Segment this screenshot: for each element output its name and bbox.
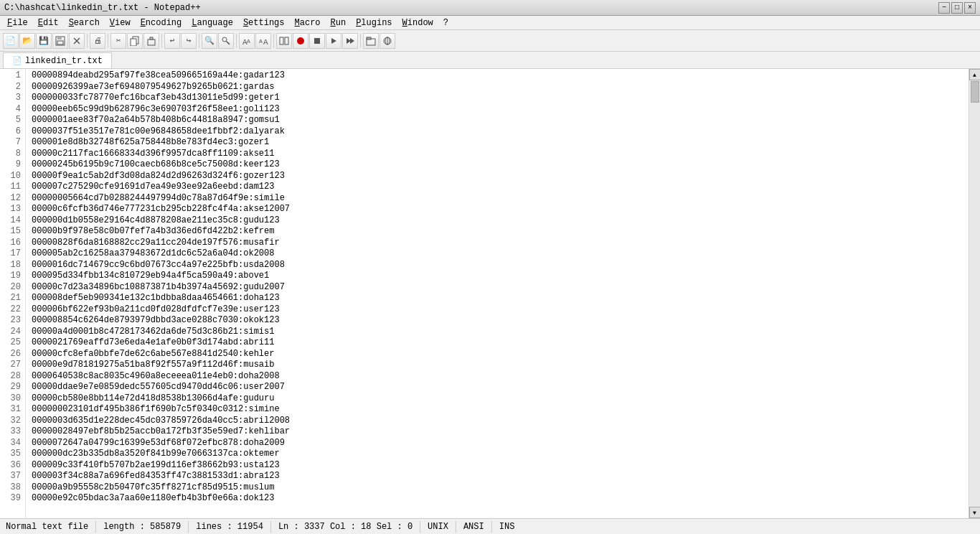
code-line: 00000cb580e8bb114e72d418d8538b13066d4afe… (32, 393, 963, 405)
cut-button[interactable]: ✂ (110, 33, 126, 49)
svg-rect-7 (148, 39, 155, 45)
svg-rect-17 (285, 37, 288, 44)
tab-linkedin-tr[interactable]: 📄 linkedin_tr.txt (3, 52, 112, 68)
code-line: 0000021769eaffd73e6eda4e1afe0b0f3d174abd… (32, 337, 963, 349)
line-number: 7 (6, 137, 21, 149)
line-number: 16 (6, 238, 21, 249)
code-area[interactable]: 00000894deabd295af97fe38cea509665169a44e… (26, 69, 969, 518)
menu-view[interactable]: View (105, 17, 135, 29)
line-number: 30 (6, 393, 21, 405)
code-line: 00000926399ae73ef6948079549627b9265b0621… (32, 82, 963, 93)
menu-run[interactable]: Run (326, 17, 351, 29)
code-line: 0000016dc714679cc9c6bd07673cc4a97e225bfb… (32, 260, 963, 271)
stop-record-button[interactable] (309, 33, 325, 49)
close-file-button[interactable] (69, 33, 85, 49)
line-numbers: 1234567891011121314151617181920212223242… (0, 69, 26, 518)
menu-language[interactable]: Language (187, 17, 237, 29)
code-line: 00000b9f978e58c0b07fef7a4b3d36ed6fd422b2… (32, 226, 963, 238)
print-button[interactable]: 🖨 (90, 33, 105, 49)
status-position: Ln : 3337 Col : 18 Sel : 0 (271, 521, 420, 533)
play-macro-button[interactable] (326, 33, 341, 49)
line-number: 23 (6, 315, 21, 327)
menu-search[interactable]: Search (65, 17, 104, 29)
line-number: 29 (6, 382, 21, 393)
code-line: 00000a4d0001b8c4728173462da6de75d3c86b21… (32, 327, 963, 338)
toolbar-separator-2 (108, 34, 108, 48)
minimize-button[interactable]: − (938, 2, 950, 14)
menu-encoding[interactable]: Encoding (136, 17, 187, 29)
code-line: 00000cfc8efa0bbfe7de62c6abe567e8841d2540… (32, 349, 963, 360)
line-number: 39 (6, 493, 21, 505)
line-number: 18 (6, 260, 21, 271)
line-number: 11 (6, 182, 21, 193)
svg-rect-19 (314, 38, 320, 44)
line-number: 17 (6, 248, 21, 260)
save-all-button[interactable] (52, 33, 68, 49)
sync-scroll-button[interactable] (276, 33, 292, 49)
launch-browser-button[interactable] (380, 33, 395, 49)
zoom-in-button[interactable]: AA (239, 33, 255, 49)
menu-edit[interactable]: Edit (34, 17, 63, 29)
code-line: 00000e9d781819275a51ba8f92f557a9f112d46f… (32, 360, 963, 371)
paste-button[interactable] (143, 33, 159, 49)
menu-file[interactable]: File (3, 17, 32, 29)
find-replace-button[interactable]: → (218, 33, 234, 49)
record-macro-button[interactable] (293, 33, 308, 49)
vertical-scrollbar[interactable]: ▲ ▼ (969, 69, 980, 518)
line-number: 12 (6, 193, 21, 205)
code-line: 0000037f51e3517e781c00e96848658dee1fbbf2… (32, 126, 963, 138)
restore-button[interactable]: □ (951, 2, 963, 14)
line-number: 35 (6, 449, 21, 460)
line-number: 25 (6, 337, 21, 349)
zoom-out-button[interactable]: AA (255, 33, 271, 49)
code-line: 0000640538c8ac8035c4960a8eceeea011e4eb0:… (32, 371, 963, 383)
line-number: 26 (6, 349, 21, 360)
line-number: 4 (6, 104, 21, 116)
status-lineending: UNIX (420, 521, 456, 533)
title-buttons: − □ × (938, 2, 976, 14)
code-line: 000008def5eb909341e132c1bdbba8daa4654661… (32, 293, 963, 304)
code-line: 00000028497ebf8b5b25accb0a172fb3f35e59ed… (32, 426, 963, 438)
scroll-down-arrow[interactable]: ▼ (969, 507, 981, 518)
menu-bar: File Edit Search View Encoding Language … (0, 16, 980, 30)
code-line: 000000033fc78770efc16bcaf3eb43d13011e5d9… (32, 93, 963, 104)
open-in-explorer-button[interactable] (363, 33, 379, 49)
undo-button[interactable]: ↩ (164, 33, 180, 49)
code-line: 0000001aee83f70a2a64b578b408b6c44818a894… (32, 115, 963, 126)
line-number: 21 (6, 293, 21, 304)
svg-marker-22 (350, 38, 354, 44)
close-button[interactable]: × (964, 2, 976, 14)
menu-macro[interactable]: Macro (291, 17, 325, 29)
open-button[interactable]: 📂 (19, 33, 35, 49)
code-line: 000000d1b0558e29164c4d8878208ae211ec35c8… (32, 215, 963, 227)
redo-button[interactable]: ↪ (181, 33, 197, 49)
line-number: 14 (6, 215, 21, 227)
menu-plugins[interactable]: Plugins (352, 17, 396, 29)
line-number: 20 (6, 282, 21, 294)
line-number: 13 (6, 204, 21, 215)
editor-container[interactable]: 1234567891011121314151617181920212223242… (0, 69, 980, 518)
tab-bar: 📄 linkedin_tr.txt (0, 52, 980, 69)
code-line: 00000ddae9e7e0859dedc557605cd9470dd46c06… (32, 382, 963, 393)
scroll-up-arrow[interactable]: ▲ (969, 69, 981, 80)
menu-window[interactable]: Window (398, 17, 438, 29)
menu-help[interactable]: ? (439, 17, 453, 29)
run-macro-multiple-button[interactable] (342, 33, 358, 49)
svg-rect-16 (280, 37, 283, 44)
code-line: 000007c275290cfe91691d7ea49e93ee92a6eebd… (32, 182, 963, 193)
code-line: 00000c7d23a34896bc108873871b4b3974a45692… (32, 282, 963, 294)
scroll-track[interactable] (970, 80, 980, 507)
copy-button[interactable] (127, 33, 143, 49)
find-button[interactable]: 🔍 (202, 33, 217, 49)
line-number: 28 (6, 371, 21, 383)
new-button[interactable]: 📄 (3, 33, 19, 49)
line-number: 15 (6, 226, 21, 238)
line-number: 34 (6, 438, 21, 449)
code-line: 000008854c6264de8793979dbbd3ace0288c7030… (32, 315, 963, 327)
code-line: 0000003d635d1e228dec45dc037859726da40cc5… (32, 416, 963, 427)
line-number: 6 (6, 126, 21, 138)
menu-settings[interactable]: Settings (239, 17, 289, 29)
scroll-thumb[interactable] (971, 81, 979, 103)
save-button[interactable]: 💾 (36, 33, 52, 49)
line-number: 9 (6, 159, 21, 171)
